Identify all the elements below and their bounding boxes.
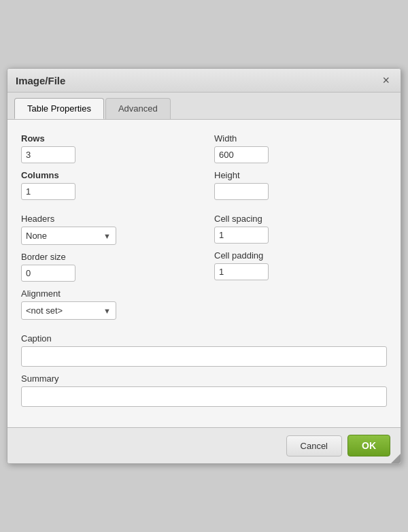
alignment-select[interactable]: <not set> Left Center Right [21, 301, 116, 320]
rows-input[interactable] [21, 146, 75, 163]
width-input[interactable] [214, 146, 269, 163]
cell-spacing-group: Cell spacing [214, 214, 387, 244]
dialog-footer: Cancel OK [7, 427, 401, 463]
dialog-body: Rows Columns Headers None First row Firs… [7, 120, 401, 427]
width-group: Width [214, 133, 387, 163]
height-input[interactable] [214, 183, 269, 200]
cell-padding-label: Cell padding [214, 250, 387, 261]
ok-button[interactable]: OK [347, 435, 390, 456]
height-group: Height [214, 170, 387, 200]
caption-section: Caption Summary [21, 333, 387, 407]
right-column: Width Height Cell spacing Cell padding [214, 133, 387, 327]
headers-select[interactable]: None First row First column Both [21, 227, 116, 245]
headers-group: Headers None First row First column Both… [21, 214, 194, 245]
alignment-group: Alignment <not set> Left Center Right ▼ [21, 288, 194, 320]
border-size-input[interactable] [21, 265, 75, 282]
summary-input[interactable] [21, 386, 387, 407]
alignment-label: Alignment [21, 288, 194, 299]
alignment-select-wrapper: <not set> Left Center Right ▼ [21, 301, 116, 320]
caption-input[interactable] [21, 346, 387, 367]
headers-label: Headers [21, 214, 194, 224]
border-size-group: Border size [21, 252, 194, 282]
height-label: Height [214, 170, 387, 180]
tabs-container: Table Properties Advanced [7, 93, 401, 120]
caption-label: Caption [21, 333, 387, 344]
cell-padding-input[interactable] [214, 263, 269, 280]
headers-select-wrapper: None First row First column Both ▼ [21, 227, 116, 245]
cell-spacing-input[interactable] [214, 227, 269, 244]
width-label: Width [214, 133, 387, 144]
columns-label: Columns [21, 170, 194, 180]
rows-label: Rows [21, 133, 194, 144]
dialog-container: Image/File × Table Properties Advanced R… [7, 68, 401, 464]
columns-input[interactable] [21, 183, 75, 200]
close-button[interactable]: × [379, 74, 392, 86]
border-size-label: Border size [21, 252, 194, 262]
dialog-header: Image/File × [7, 69, 401, 93]
cancel-button[interactable]: Cancel [286, 435, 342, 456]
form-grid: Rows Columns Headers None First row Firs… [21, 133, 387, 327]
rows-group: Rows [21, 133, 194, 163]
cell-spacing-label: Cell spacing [214, 214, 387, 224]
caption-group: Caption [21, 333, 387, 367]
summary-group: Summary [21, 373, 387, 407]
tab-advanced[interactable]: Advanced [105, 98, 171, 119]
cell-padding-group: Cell padding [214, 250, 387, 280]
corner-triangle [391, 454, 401, 463]
columns-group: Columns [21, 170, 194, 200]
dialog-title: Image/File [16, 75, 65, 86]
left-column: Rows Columns Headers None First row Firs… [21, 133, 194, 327]
tab-table-properties[interactable]: Table Properties [14, 98, 104, 119]
summary-label: Summary [21, 373, 387, 384]
